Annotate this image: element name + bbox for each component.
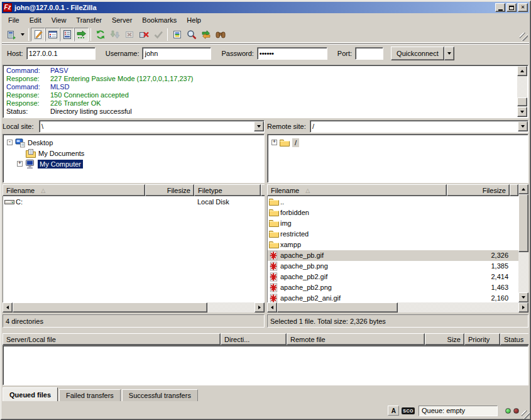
collapse-expander-icon[interactable]: - [7,140,13,145]
site-manager-button[interactable] [4,28,18,41]
local-file-row[interactable]: C: Local Disk [3,197,265,207]
tree-item-desktop[interactable]: - Desktop [7,137,53,148]
disconnect-button[interactable] [136,28,151,41]
message-log[interactable]: Command:PASV Response:227 Entering Passi… [3,65,528,118]
remote-file-row[interactable]: img [268,218,518,229]
remote-file-row-selected[interactable]: apache_pb.gif 2,326 [268,250,518,261]
column-header-filesize[interactable]: Filesize [447,184,510,196]
tree-item-my-computer[interactable]: + My Computer [17,158,83,169]
menu-transfer[interactable]: Transfer [71,15,107,25]
remote-tree[interactable]: + / [267,134,528,183]
column-header-last-modified[interactable]: L [261,184,265,196]
username-input[interactable] [142,47,211,60]
quickconnect-dropdown-button[interactable] [444,47,454,60]
remote-site-dropdown-button[interactable] [518,121,528,131]
remote-status-bar: Selected 1 file. Total size: 2,326 bytes [267,314,528,328]
column-header-priority[interactable]: Priority [464,333,500,345]
maximize-button[interactable] [506,3,517,12]
scrollbar-thumb[interactable] [277,302,398,312]
directory-comparison-button[interactable] [184,28,199,41]
remote-file-row[interactable]: .. [268,197,518,207]
queue-list[interactable] [3,345,528,385]
remote-file-row[interactable]: apache_pb2.png 1,463 [268,282,518,293]
toolbar-grip[interactable] [520,33,528,41]
local-file-list[interactable]: C: Local Disk [3,196,265,302]
scroll-down-button[interactable] [518,292,528,302]
site-manager-dropdown-button[interactable] [18,28,26,41]
directory-listing-filters-button[interactable] [170,28,184,41]
local-site-combobox[interactable]: \ [39,120,265,133]
scroll-up-button[interactable] [518,184,528,194]
column-header-direction[interactable]: Directi... [221,333,287,345]
scroll-right-button[interactable] [518,302,528,312]
synchronized-browsing-button[interactable] [199,28,213,41]
expand-expander-icon[interactable]: + [271,140,277,145]
cancel-operation-button[interactable] [122,28,136,41]
file-name: C: [16,197,23,207]
scroll-left-button[interactable] [3,302,13,312]
scroll-up-button[interactable] [517,66,527,76]
column-header-filesize[interactable]: Filesize [145,184,194,196]
refresh-button[interactable] [93,28,107,41]
local-horizontal-scrollbar[interactable] [3,302,265,312]
menu-file[interactable]: File [3,15,25,25]
menu-bookmarks[interactable]: Bookmarks [137,15,182,25]
column-header-filetype[interactable]: Filetype [194,184,261,196]
scrollbar-thumb[interactable] [518,194,528,252]
find-files-button[interactable] [213,28,227,41]
quickconnect-button[interactable]: Quickconnect [391,47,444,60]
remote-vertical-scrollbar[interactable] [518,184,528,302]
menu-edit[interactable]: Edit [25,15,47,25]
scroll-left-button[interactable] [267,302,277,312]
column-header-size[interactable]: Size [425,333,464,345]
menu-server[interactable]: Server [107,15,137,25]
column-header-remote-file[interactable]: Remote file [287,333,425,345]
remote-horizontal-scrollbar[interactable] [267,302,528,312]
column-header-server-local-file[interactable]: Server/Local file [3,333,221,345]
tree-item-my-documents[interactable]: My Documents [26,148,84,158]
column-header-status[interactable]: Status [500,333,528,345]
column-header-filename[interactable]: Filename△ [267,184,447,196]
toggle-message-log-button[interactable] [31,28,45,41]
remote-file-row[interactable]: apache_pb2_ani.gif 2,160 [268,293,518,302]
remote-file-row[interactable]: apache_pb.png 1,385 [268,261,518,272]
scrollbar-thumb[interactable] [517,97,527,106]
tab-successful-transfers[interactable]: Successful transfers [122,389,198,401]
scrollbar-thumb[interactable] [13,302,207,312]
process-queue-button[interactable] [107,28,122,41]
remote-file-row[interactable]: restricted [268,229,518,240]
data-type-indicator-icon[interactable]: A [388,406,399,416]
toggle-remote-tree-button[interactable] [60,28,74,41]
port-input[interactable] [355,47,383,60]
remote-file-row[interactable]: forbidden [268,207,518,218]
scroll-right-button[interactable] [255,302,265,312]
menu-help[interactable]: Help [182,15,206,25]
tree-item-root[interactable]: + / [271,137,299,148]
remote-file-row[interactable]: xampp [268,240,518,250]
toggle-transfer-queue-button[interactable] [74,28,89,41]
cancel-icon [124,30,134,40]
resize-grip[interactable] [522,411,530,419]
remote-file-row[interactable]: apache_pb2.gif 2,414 [268,272,518,282]
abort-button[interactable] [151,28,165,41]
menu-view[interactable]: View [47,15,72,25]
close-button[interactable]: ✕ [518,3,528,12]
password-input[interactable] [257,47,327,60]
remote-file-list[interactable]: .. forbidden img restricted xampp [267,196,518,302]
toggle-local-tree-button[interactable] [45,28,60,41]
remote-site-combobox[interactable]: / [310,120,528,133]
host-input[interactable] [26,47,96,60]
log-scrollbar[interactable] [517,66,527,117]
tab-queued-files[interactable]: Queued files [3,387,58,401]
file-type: Local Disk [197,197,229,207]
title-bar[interactable]: Fz john@127.0.0.1 - FileZilla ✕ [2,2,529,13]
tab-failed-transfers[interactable]: Failed transfers [59,389,121,401]
column-header-filename[interactable]: Filename△ [3,184,145,196]
speed-limit-indicator-icon[interactable]: SCO [402,407,415,414]
local-tree[interactable]: - Desktop My Documents + My Computer [3,134,265,183]
arrow-right-icon [522,306,525,309]
local-site-dropdown-button[interactable] [254,121,264,131]
scroll-down-button[interactable] [517,107,527,117]
expand-expander-icon[interactable]: + [17,161,23,167]
minimize-button[interactable] [495,3,505,12]
